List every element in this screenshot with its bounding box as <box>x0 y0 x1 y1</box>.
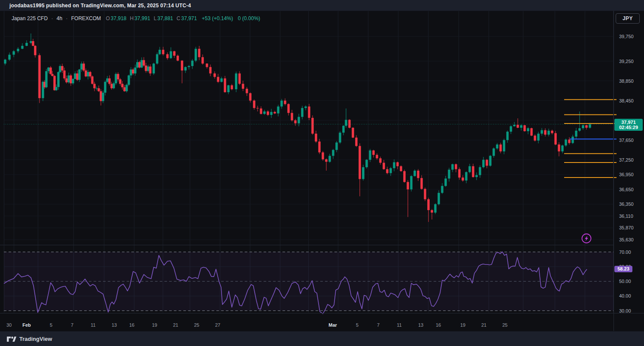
ohlc-field-label: O <box>106 15 109 21</box>
candle-body <box>578 128 580 131</box>
candle-body <box>284 101 286 104</box>
time-axis-label: 25 <box>497 322 513 328</box>
candle-body <box>348 120 350 127</box>
candle-body <box>256 108 258 108</box>
candle-body <box>47 67 49 71</box>
candle-body <box>304 106 307 108</box>
candle-body <box>242 84 244 89</box>
candle-body <box>89 72 91 76</box>
candle-body <box>72 79 74 83</box>
candle-body <box>136 62 138 68</box>
candle-body <box>427 199 429 210</box>
candle-body <box>227 85 229 92</box>
candle-body <box>108 78 110 84</box>
time-axis-label: 11 <box>392 322 407 328</box>
candle-body <box>575 131 577 137</box>
candle-body <box>475 175 477 177</box>
candle-body <box>523 125 526 131</box>
candle-body <box>201 57 204 63</box>
ohlc-field-value: 37,881 <box>158 15 173 21</box>
lightning-icon-bolt <box>585 236 588 241</box>
chart-canvas[interactable] <box>0 0 644 346</box>
candle-body <box>434 204 436 213</box>
candle-body <box>100 91 102 101</box>
candle-body <box>117 74 119 79</box>
tradingview-logo-text: TradingView <box>19 336 52 342</box>
candle-body <box>352 128 354 138</box>
candle-body <box>362 167 364 179</box>
candle-body <box>413 171 416 176</box>
candle-body <box>396 162 398 166</box>
candle-body <box>558 144 560 151</box>
candle-body <box>451 164 453 170</box>
legend-symbol[interactable]: Japan 225 CFD <box>12 15 48 21</box>
ohlc-field-label: L <box>154 15 157 21</box>
tradingview-logo[interactable]: TradingView <box>7 336 52 342</box>
time-axis-label: 19 <box>455 322 471 328</box>
rsi-value-badge: 58.23 <box>614 266 632 272</box>
candle-body <box>376 155 378 158</box>
candle-body <box>294 120 296 123</box>
candle-body <box>400 166 402 171</box>
candle-body <box>520 125 522 128</box>
candle-body <box>25 43 27 46</box>
time-axis-label: 5 <box>43 322 59 328</box>
price-scale[interactable]: 39,75039,25038,85038,45038,05037,65037,2… <box>614 11 644 331</box>
candle-body <box>386 169 388 173</box>
snapshot-header: joodabas1995 published on TradingView.co… <box>0 0 644 11</box>
price-scale-label: 37,650 <box>619 137 634 143</box>
legend-change: +53 (+0.14%) <box>202 15 233 21</box>
candle-body <box>516 125 519 128</box>
candle-body <box>263 111 265 114</box>
candle-body <box>462 178 464 181</box>
chart-legend[interactable]: Japan 225 CFD · 4h · FOREXCOM O37,918H37… <box>12 15 260 21</box>
time-axis-label: 13 <box>106 322 122 328</box>
candle-body <box>273 112 276 113</box>
legend-separator: · <box>66 15 67 21</box>
legend-interval[interactable]: 4h <box>57 15 62 21</box>
candle-body <box>123 87 125 91</box>
legend-separator: · <box>51 15 53 21</box>
candle-body <box>345 120 347 126</box>
candle-body <box>527 128 529 131</box>
candle-body <box>217 77 219 82</box>
time-axis-label: 16 <box>124 322 140 328</box>
candle-body <box>82 63 85 70</box>
candle-body <box>213 73 216 77</box>
candle-body <box>420 178 422 189</box>
candle-body <box>4 60 6 63</box>
candle-body <box>45 71 47 87</box>
candle-body <box>34 46 36 55</box>
candle-body <box>249 93 251 100</box>
candle-body <box>191 60 193 66</box>
candle-body <box>57 72 59 87</box>
candle-body <box>448 170 450 179</box>
ohlc-field-label: H <box>130 15 134 21</box>
candle-body <box>224 78 226 92</box>
candle-body <box>147 66 149 71</box>
time-axis-label: 21 <box>168 322 183 328</box>
time-axis-label: 5 <box>349 322 365 328</box>
candle-body <box>342 126 344 132</box>
candle-body <box>80 63 82 69</box>
candle-body <box>571 137 574 143</box>
price-scale-label: 39,250 <box>619 58 634 64</box>
candle-body <box>8 55 10 60</box>
candle-body <box>65 78 67 82</box>
lightning-button[interactable] <box>582 234 591 243</box>
candle-body <box>277 106 279 113</box>
candle-body <box>51 74 53 76</box>
candle-body <box>332 150 334 156</box>
candle-body <box>181 60 183 70</box>
candle-body <box>38 55 40 98</box>
candle-body <box>551 131 553 133</box>
candle-body <box>468 166 471 172</box>
candle-body <box>458 169 460 178</box>
time-axis[interactable]: 30Feb5711131619212527Mar57111316192125 <box>0 313 644 331</box>
time-axis-label: 21 <box>476 322 492 328</box>
candle-body <box>32 41 34 46</box>
candle-body <box>335 142 337 150</box>
time-axis-label: 19 <box>147 322 162 328</box>
price-scale-label: 35,870 <box>619 225 634 231</box>
candle-body <box>87 72 89 76</box>
